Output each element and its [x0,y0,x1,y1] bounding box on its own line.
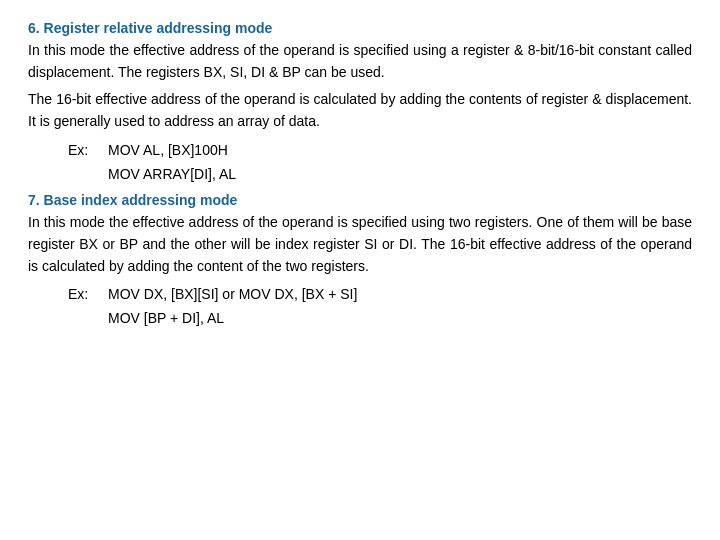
section6-ex-line1: MOV AL, [BX]100H [108,139,228,163]
section6-para1: In this mode the effective address of th… [28,40,692,83]
section6-ex-label: Ex: [68,139,108,163]
page-content: 6. Register relative addressing mode In … [0,0,720,540]
section7-ex-line1: MOV DX, [BX][SI] or MOV DX, [BX + SI] [108,283,357,307]
section6-example: Ex:MOV AL, [BX]100H MOV ARRAY[DI], AL [68,139,692,187]
section6-ex-line2: MOV ARRAY[DI], AL [108,163,236,187]
section7-heading: 7. Base index addressing mode [28,192,692,208]
section7-example: Ex:MOV DX, [BX][SI] or MOV DX, [BX + SI]… [68,283,692,331]
section7-para1: In this mode the effective address of th… [28,212,692,277]
section7-ex-spacer [68,307,108,331]
section7-ex-line2: MOV [BP + DI], AL [108,307,224,331]
section7-ex-label: Ex: [68,283,108,307]
section6-heading: 6. Register relative addressing mode [28,20,692,36]
section6-ex-spacer [68,163,108,187]
section6-para2: The 16-bit effective address of the oper… [28,89,692,132]
